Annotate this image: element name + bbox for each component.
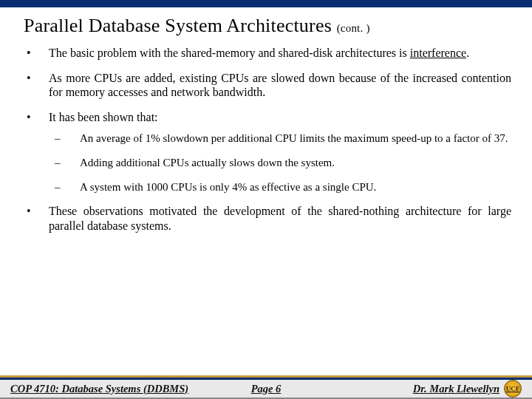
sub-bullet-2: Adding additional CPUs actually slows do… <box>49 156 511 170</box>
sub-bullet-1: An average of 1% slowdown per additional… <box>49 132 511 146</box>
sub-bullet-3: A system with 1000 CPUs is only 4% as ef… <box>49 180 511 194</box>
footer: COP 4710: Database Systems (DDBMS) Page … <box>0 375 532 399</box>
title-suffix: (cont. ) <box>337 22 370 34</box>
top-band <box>0 0 532 7</box>
footer-page: Page 6 <box>251 383 282 395</box>
bullet-3-text: It has been shown that: <box>49 111 158 123</box>
bullet-list: The basic problem with the shared-memory… <box>21 46 511 233</box>
sub-bullet-list: An average of 1% slowdown per additional… <box>49 132 511 194</box>
bullet-4: These observations motivated the develop… <box>21 204 511 233</box>
footer-bar: COP 4710: Database Systems (DDBMS) Page … <box>0 380 532 399</box>
footer-author: Dr. Mark Llewellyn <box>413 383 499 395</box>
title-main: Parallel Database System Architectures <box>24 15 332 36</box>
bullet-1-keyword: interference <box>410 47 466 59</box>
footer-course: COP 4710: Database Systems (DDBMS) <box>10 383 188 395</box>
slide-title: Parallel Database System Architectures (… <box>0 7 532 41</box>
footer-author-wrap: Dr. Mark Llewellyn UCF <box>413 380 522 398</box>
bullet-3: It has been shown that: An average of 1%… <box>21 110 511 194</box>
bullet-1-pre: The basic problem with the shared-memory… <box>49 47 410 59</box>
slide-content: The basic problem with the shared-memory… <box>0 41 532 233</box>
bullet-1-post: . <box>466 47 469 59</box>
bullet-1: The basic problem with the shared-memory… <box>21 46 511 61</box>
ucf-logo-text: UCF <box>506 385 520 392</box>
bullet-2: As more CPUs are added, existing CPUs ar… <box>21 71 511 100</box>
ucf-logo-icon: UCF <box>504 380 522 398</box>
